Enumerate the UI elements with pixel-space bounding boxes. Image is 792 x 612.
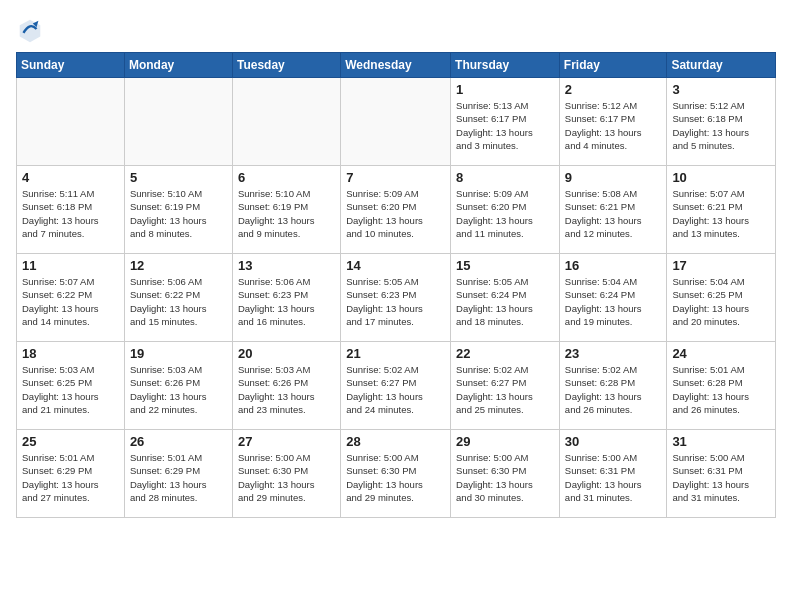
calendar-cell: 12Sunrise: 5:06 AM Sunset: 6:22 PM Dayli…: [124, 254, 232, 342]
calendar-cell: [124, 78, 232, 166]
calendar-cell: 18Sunrise: 5:03 AM Sunset: 6:25 PM Dayli…: [17, 342, 125, 430]
day-info: Sunrise: 5:08 AM Sunset: 6:21 PM Dayligh…: [565, 187, 662, 240]
calendar-cell: 17Sunrise: 5:04 AM Sunset: 6:25 PM Dayli…: [667, 254, 776, 342]
day-number: 11: [22, 258, 119, 273]
calendar-cell: 10Sunrise: 5:07 AM Sunset: 6:21 PM Dayli…: [667, 166, 776, 254]
calendar-cell: 7Sunrise: 5:09 AM Sunset: 6:20 PM Daylig…: [341, 166, 451, 254]
calendar-cell: 13Sunrise: 5:06 AM Sunset: 6:23 PM Dayli…: [232, 254, 340, 342]
day-info: Sunrise: 5:03 AM Sunset: 6:26 PM Dayligh…: [238, 363, 335, 416]
day-number: 10: [672, 170, 770, 185]
day-number: 18: [22, 346, 119, 361]
day-info: Sunrise: 5:00 AM Sunset: 6:31 PM Dayligh…: [565, 451, 662, 504]
calendar-cell: [17, 78, 125, 166]
day-info: Sunrise: 5:13 AM Sunset: 6:17 PM Dayligh…: [456, 99, 554, 152]
calendar-cell: 3Sunrise: 5:12 AM Sunset: 6:18 PM Daylig…: [667, 78, 776, 166]
calendar-cell: 28Sunrise: 5:00 AM Sunset: 6:30 PM Dayli…: [341, 430, 451, 518]
calendar-cell: 1Sunrise: 5:13 AM Sunset: 6:17 PM Daylig…: [451, 78, 560, 166]
day-info: Sunrise: 5:05 AM Sunset: 6:23 PM Dayligh…: [346, 275, 445, 328]
weekday-header-saturday: Saturday: [667, 53, 776, 78]
day-info: Sunrise: 5:12 AM Sunset: 6:17 PM Dayligh…: [565, 99, 662, 152]
day-number: 14: [346, 258, 445, 273]
calendar-cell: 19Sunrise: 5:03 AM Sunset: 6:26 PM Dayli…: [124, 342, 232, 430]
day-number: 19: [130, 346, 227, 361]
calendar-cell: 9Sunrise: 5:08 AM Sunset: 6:21 PM Daylig…: [559, 166, 667, 254]
day-info: Sunrise: 5:00 AM Sunset: 6:30 PM Dayligh…: [238, 451, 335, 504]
calendar-cell: 11Sunrise: 5:07 AM Sunset: 6:22 PM Dayli…: [17, 254, 125, 342]
day-info: Sunrise: 5:00 AM Sunset: 6:30 PM Dayligh…: [456, 451, 554, 504]
week-row-5: 25Sunrise: 5:01 AM Sunset: 6:29 PM Dayli…: [17, 430, 776, 518]
calendar-cell: 24Sunrise: 5:01 AM Sunset: 6:28 PM Dayli…: [667, 342, 776, 430]
day-info: Sunrise: 5:00 AM Sunset: 6:31 PM Dayligh…: [672, 451, 770, 504]
day-number: 3: [672, 82, 770, 97]
week-row-3: 11Sunrise: 5:07 AM Sunset: 6:22 PM Dayli…: [17, 254, 776, 342]
day-info: Sunrise: 5:02 AM Sunset: 6:27 PM Dayligh…: [456, 363, 554, 416]
logo-icon: [16, 16, 44, 44]
day-info: Sunrise: 5:05 AM Sunset: 6:24 PM Dayligh…: [456, 275, 554, 328]
day-info: Sunrise: 5:07 AM Sunset: 6:22 PM Dayligh…: [22, 275, 119, 328]
calendar-cell: 27Sunrise: 5:00 AM Sunset: 6:30 PM Dayli…: [232, 430, 340, 518]
calendar-cell: 29Sunrise: 5:00 AM Sunset: 6:30 PM Dayli…: [451, 430, 560, 518]
day-number: 28: [346, 434, 445, 449]
calendar-cell: 31Sunrise: 5:00 AM Sunset: 6:31 PM Dayli…: [667, 430, 776, 518]
calendar-cell: 20Sunrise: 5:03 AM Sunset: 6:26 PM Dayli…: [232, 342, 340, 430]
day-info: Sunrise: 5:02 AM Sunset: 6:28 PM Dayligh…: [565, 363, 662, 416]
day-info: Sunrise: 5:10 AM Sunset: 6:19 PM Dayligh…: [130, 187, 227, 240]
weekday-header-friday: Friday: [559, 53, 667, 78]
day-number: 26: [130, 434, 227, 449]
calendar-cell: 25Sunrise: 5:01 AM Sunset: 6:29 PM Dayli…: [17, 430, 125, 518]
weekday-header-wednesday: Wednesday: [341, 53, 451, 78]
week-row-1: 1Sunrise: 5:13 AM Sunset: 6:17 PM Daylig…: [17, 78, 776, 166]
calendar-cell: 8Sunrise: 5:09 AM Sunset: 6:20 PM Daylig…: [451, 166, 560, 254]
calendar-cell: 22Sunrise: 5:02 AM Sunset: 6:27 PM Dayli…: [451, 342, 560, 430]
day-number: 27: [238, 434, 335, 449]
day-info: Sunrise: 5:09 AM Sunset: 6:20 PM Dayligh…: [456, 187, 554, 240]
day-number: 21: [346, 346, 445, 361]
day-number: 29: [456, 434, 554, 449]
day-info: Sunrise: 5:12 AM Sunset: 6:18 PM Dayligh…: [672, 99, 770, 152]
calendar-cell: 23Sunrise: 5:02 AM Sunset: 6:28 PM Dayli…: [559, 342, 667, 430]
weekday-header-sunday: Sunday: [17, 53, 125, 78]
calendar-cell: 6Sunrise: 5:10 AM Sunset: 6:19 PM Daylig…: [232, 166, 340, 254]
calendar-cell: 2Sunrise: 5:12 AM Sunset: 6:17 PM Daylig…: [559, 78, 667, 166]
calendar-cell: [232, 78, 340, 166]
day-number: 5: [130, 170, 227, 185]
calendar-cell: 16Sunrise: 5:04 AM Sunset: 6:24 PM Dayli…: [559, 254, 667, 342]
day-info: Sunrise: 5:06 AM Sunset: 6:23 PM Dayligh…: [238, 275, 335, 328]
day-info: Sunrise: 5:03 AM Sunset: 6:25 PM Dayligh…: [22, 363, 119, 416]
calendar-table: SundayMondayTuesdayWednesdayThursdayFrid…: [16, 52, 776, 518]
calendar-cell: 30Sunrise: 5:00 AM Sunset: 6:31 PM Dayli…: [559, 430, 667, 518]
calendar-cell: 26Sunrise: 5:01 AM Sunset: 6:29 PM Dayli…: [124, 430, 232, 518]
day-info: Sunrise: 5:11 AM Sunset: 6:18 PM Dayligh…: [22, 187, 119, 240]
calendar-cell: 21Sunrise: 5:02 AM Sunset: 6:27 PM Dayli…: [341, 342, 451, 430]
day-info: Sunrise: 5:07 AM Sunset: 6:21 PM Dayligh…: [672, 187, 770, 240]
day-number: 4: [22, 170, 119, 185]
day-number: 31: [672, 434, 770, 449]
calendar-cell: 14Sunrise: 5:05 AM Sunset: 6:23 PM Dayli…: [341, 254, 451, 342]
day-info: Sunrise: 5:04 AM Sunset: 6:24 PM Dayligh…: [565, 275, 662, 328]
day-number: 17: [672, 258, 770, 273]
week-row-4: 18Sunrise: 5:03 AM Sunset: 6:25 PM Dayli…: [17, 342, 776, 430]
day-info: Sunrise: 5:10 AM Sunset: 6:19 PM Dayligh…: [238, 187, 335, 240]
weekday-header-row: SundayMondayTuesdayWednesdayThursdayFrid…: [17, 53, 776, 78]
day-info: Sunrise: 5:01 AM Sunset: 6:28 PM Dayligh…: [672, 363, 770, 416]
day-info: Sunrise: 5:02 AM Sunset: 6:27 PM Dayligh…: [346, 363, 445, 416]
weekday-header-thursday: Thursday: [451, 53, 560, 78]
day-info: Sunrise: 5:01 AM Sunset: 6:29 PM Dayligh…: [22, 451, 119, 504]
day-number: 1: [456, 82, 554, 97]
day-number: 22: [456, 346, 554, 361]
day-number: 15: [456, 258, 554, 273]
day-number: 9: [565, 170, 662, 185]
day-number: 6: [238, 170, 335, 185]
weekday-header-monday: Monday: [124, 53, 232, 78]
calendar-cell: 4Sunrise: 5:11 AM Sunset: 6:18 PM Daylig…: [17, 166, 125, 254]
day-number: 20: [238, 346, 335, 361]
day-number: 12: [130, 258, 227, 273]
day-info: Sunrise: 5:09 AM Sunset: 6:20 PM Dayligh…: [346, 187, 445, 240]
day-number: 8: [456, 170, 554, 185]
day-number: 13: [238, 258, 335, 273]
calendar-cell: [341, 78, 451, 166]
day-number: 23: [565, 346, 662, 361]
calendar-cell: 5Sunrise: 5:10 AM Sunset: 6:19 PM Daylig…: [124, 166, 232, 254]
day-info: Sunrise: 5:01 AM Sunset: 6:29 PM Dayligh…: [130, 451, 227, 504]
day-info: Sunrise: 5:04 AM Sunset: 6:25 PM Dayligh…: [672, 275, 770, 328]
